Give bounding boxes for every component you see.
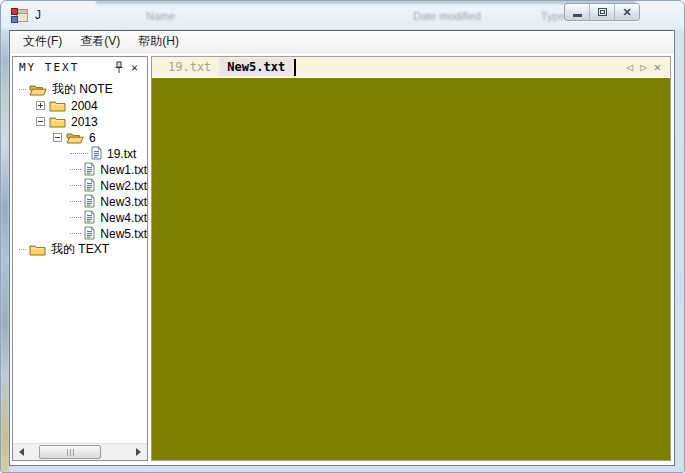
background-ghost-text-type: Type (541, 10, 565, 22)
client-area: 文件(F)查看(V)帮助(H) MY TEXT ✕ (9, 30, 675, 466)
close-icon: ✕ (622, 7, 631, 18)
tree-node[interactable]: 我的 NOTE (13, 81, 147, 97)
maximize-icon (598, 8, 607, 16)
document-icon (84, 226, 95, 240)
expand-icon[interactable] (36, 101, 45, 110)
thumb-grip (73, 449, 74, 456)
document-icon (84, 162, 95, 176)
horizontal-scrollbar[interactable] (13, 443, 147, 460)
close-icon: ✕ (131, 62, 140, 73)
tree-node[interactable]: 我的 TEXT (13, 241, 147, 257)
sidebar-close-button[interactable]: ✕ (127, 60, 144, 75)
tree-node[interactable]: New2.txt (13, 177, 147, 193)
content-panel: 19.txtNew5.txt ◁ ▷ ✕ (151, 56, 671, 461)
tree-node[interactable]: 2004 (13, 97, 147, 113)
tree-connector (70, 217, 81, 218)
folder-closed-icon (49, 99, 66, 112)
document-icon (84, 210, 95, 224)
menubar: 文件(F)查看(V)帮助(H) (10, 31, 674, 53)
minimize-button[interactable] (565, 4, 589, 20)
minimize-icon (573, 14, 582, 17)
collapse-icon[interactable] (53, 133, 62, 142)
folder-open-icon (29, 83, 47, 96)
folder-closed-icon (29, 243, 46, 256)
tree-node[interactable]: 6 (13, 129, 147, 145)
scroll-right-icon (136, 448, 141, 456)
sidebar-title: MY TEXT (19, 61, 79, 74)
tree-node-label[interactable]: 2013 (71, 114, 98, 129)
app-icon-blue-square (11, 16, 18, 23)
tabbar: 19.txtNew5.txt ◁ ▷ ✕ (152, 57, 670, 78)
tab-close-button[interactable]: ✕ (654, 61, 661, 73)
tree-node[interactable]: 19.txt (13, 145, 147, 161)
folder-closed-icon (49, 115, 66, 128)
app-window: J Name Date modified Type ✕ 文件(F)查看(V)帮助… (0, 0, 685, 473)
tab-next-button[interactable]: ▷ (640, 62, 647, 73)
tree-connector (70, 201, 81, 202)
tree-node-label[interactable]: New3.txt (100, 194, 147, 209)
menu-item[interactable]: 帮助(H) (129, 30, 188, 53)
scrollbar-track[interactable] (30, 444, 130, 460)
tree-node-label[interactable]: 19.txt (107, 146, 136, 161)
tree-node-label[interactable]: New2.txt (100, 178, 147, 193)
tab[interactable]: New5.txt (219, 58, 293, 76)
tree-node[interactable]: New4.txt (13, 209, 147, 225)
background-ghost-text-name: Name (146, 10, 175, 22)
maximize-button[interactable] (589, 4, 614, 20)
tree-connector (70, 169, 81, 170)
tree-node-label[interactable]: New5.txt (100, 226, 147, 241)
tree-node-label[interactable]: 我的 NOTE (52, 80, 113, 98)
folder-open-icon (66, 131, 84, 144)
app-icon[interactable] (11, 7, 28, 24)
text-cursor (294, 59, 296, 76)
background-window-edge (96, 1, 636, 5)
app-icon-red-square (11, 8, 18, 15)
titlebar[interactable]: J Name Date modified Type ✕ (1, 1, 684, 30)
pin-icon (114, 61, 124, 74)
tree-node-label[interactable]: 6 (89, 130, 96, 145)
tree-node-label[interactable]: New4.txt (100, 210, 147, 225)
tab-navigation: ◁ ▷ ✕ (627, 61, 670, 73)
tab-list: 19.txtNew5.txt (160, 58, 296, 76)
menu-item[interactable]: 文件(F) (14, 30, 71, 53)
sidebar-header: MY TEXT ✕ (13, 57, 147, 77)
tree-connector (19, 249, 26, 250)
tree-connector (70, 185, 81, 186)
scrollbar-thumb[interactable] (39, 445, 101, 459)
collapse-icon[interactable] (36, 117, 45, 126)
background-ghost-text-date-modified: Date modified (413, 10, 481, 22)
tree: 我的 NOTE20042013619.txtNew1.txtNew2.txtNe… (13, 77, 147, 443)
tab-prev-button[interactable]: ◁ (627, 62, 634, 73)
thumb-grip (67, 449, 68, 456)
tree-node[interactable]: New5.txt (13, 225, 147, 241)
workspace: MY TEXT ✕ 我的 NOTE20042013619.txtNew1.txt… (10, 53, 674, 465)
tree-node-label[interactable]: 2004 (71, 98, 98, 113)
tree-connector (70, 233, 81, 234)
sidebar-panel: MY TEXT ✕ 我的 NOTE20042013619.txtNew1.txt… (12, 56, 148, 461)
thumb-grip (70, 449, 71, 456)
tree-connector (19, 89, 26, 90)
document-icon (91, 146, 102, 160)
tree-node-label[interactable]: New1.txt (100, 162, 147, 177)
window-title: J (35, 8, 41, 22)
scroll-right-button[interactable] (130, 444, 147, 460)
tree-node[interactable]: 2013 (13, 113, 147, 129)
menu-item[interactable]: 查看(V) (71, 30, 129, 53)
window-glass-border (1, 30, 9, 472)
window-controls: ✕ (564, 3, 640, 21)
tab[interactable]: 19.txt (160, 58, 219, 76)
tree-node[interactable]: New3.txt (13, 193, 147, 209)
tree-node-label[interactable]: 我的 TEXT (51, 240, 109, 258)
pin-button[interactable] (110, 60, 127, 75)
tree-node[interactable]: New1.txt (13, 161, 147, 177)
tree-connector (70, 153, 88, 154)
scroll-left-icon (19, 448, 24, 456)
editor-area[interactable] (152, 78, 670, 460)
document-icon (84, 178, 95, 192)
scroll-left-button[interactable] (13, 444, 30, 460)
close-button[interactable]: ✕ (614, 4, 639, 20)
document-icon (84, 194, 95, 208)
